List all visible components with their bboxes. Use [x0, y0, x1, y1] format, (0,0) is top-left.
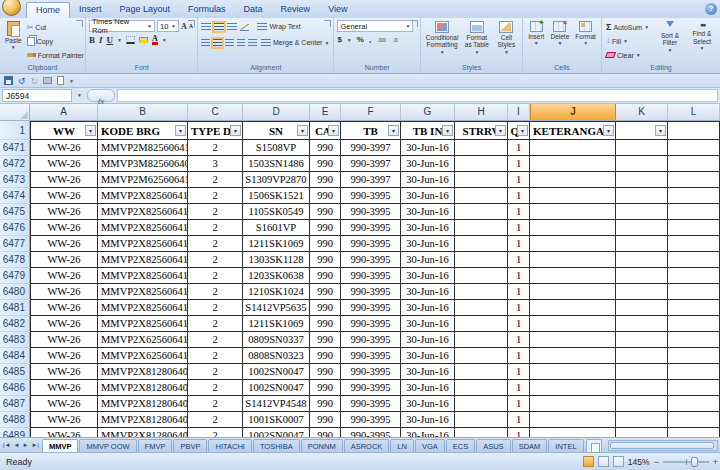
cell[interactable]: [616, 172, 668, 188]
cell[interactable]: 990-3995: [341, 284, 401, 300]
cell[interactable]: [530, 268, 616, 284]
cell[interactable]: MMVP2X825606416: [98, 252, 188, 268]
cell[interactable]: 990-3997: [341, 156, 401, 172]
header-cell[interactable]: QT▾: [508, 121, 530, 140]
cell[interactable]: [455, 156, 508, 172]
cell[interactable]: [530, 412, 616, 428]
cell[interactable]: 1: [508, 252, 530, 268]
cell[interactable]: 990-3995: [341, 252, 401, 268]
header-cell[interactable]: TB▾: [341, 121, 401, 140]
cell[interactable]: 1: [508, 284, 530, 300]
fill-button[interactable]: ↓ Fill ▼: [605, 35, 653, 48]
cell[interactable]: 2: [188, 188, 243, 204]
office-button-icon[interactable]: [2, 0, 21, 16]
cell[interactable]: [530, 396, 616, 412]
cell[interactable]: [530, 316, 616, 332]
filter-dropdown-icon[interactable]: ▾: [517, 125, 528, 136]
cell-styles-button[interactable]: Cell Styles ▼: [494, 20, 520, 62]
cell[interactable]: MMVP2X812806408: [98, 428, 188, 437]
cell[interactable]: 1211SK1069: [243, 236, 310, 252]
row-header-6472[interactable]: 6472: [0, 156, 30, 172]
cell[interactable]: MMVP2X812806408: [98, 396, 188, 412]
cell[interactable]: [455, 348, 508, 364]
cell[interactable]: 3: [188, 156, 243, 172]
column-header-L[interactable]: L: [668, 104, 720, 120]
cell[interactable]: [616, 396, 668, 412]
cell[interactable]: WW-26: [30, 396, 98, 412]
ribbon-tab-view[interactable]: View: [319, 2, 356, 18]
cell[interactable]: 990: [310, 316, 341, 332]
sheet-tab-intel[interactable]: INTEL: [548, 439, 583, 452]
undo-icon[interactable]: ↺: [18, 76, 26, 86]
first-sheet-icon[interactable]: |◄: [3, 442, 11, 448]
cell[interactable]: 30-Jun-16: [401, 348, 455, 364]
cell[interactable]: 2: [188, 380, 243, 396]
cell[interactable]: [455, 172, 508, 188]
column-header-I[interactable]: I: [508, 104, 530, 120]
cell[interactable]: 2: [188, 204, 243, 220]
cell[interactable]: [455, 188, 508, 204]
cell[interactable]: 990: [310, 284, 341, 300]
column-header-G[interactable]: G: [401, 104, 455, 120]
header-cell[interactable]: [668, 121, 720, 140]
increase-indent-icon[interactable]: [248, 39, 257, 47]
autosum-button[interactable]: Σ AutoSum ▼: [605, 21, 653, 34]
cell[interactable]: 2: [188, 300, 243, 316]
cell[interactable]: 990: [310, 188, 341, 204]
bold-button[interactable]: B: [89, 35, 95, 45]
cell[interactable]: [616, 348, 668, 364]
cell[interactable]: WW-26: [30, 156, 98, 172]
cell[interactable]: [668, 268, 720, 284]
column-header-F[interactable]: F: [341, 104, 401, 120]
column-header-A[interactable]: A: [30, 104, 98, 120]
cell[interactable]: 990-3995: [341, 412, 401, 428]
cell[interactable]: 2: [188, 252, 243, 268]
format-painter-button[interactable]: Format Painter: [26, 49, 85, 62]
cell[interactable]: WW-26: [30, 284, 98, 300]
cell[interactable]: 2: [188, 412, 243, 428]
header-cell[interactable]: ▾: [616, 121, 668, 140]
cell[interactable]: [616, 364, 668, 380]
merge-center-button[interactable]: Merge & Center ▼: [260, 36, 330, 49]
cell[interactable]: 1: [508, 140, 530, 156]
cell[interactable]: 30-Jun-16: [401, 172, 455, 188]
row-header-6488[interactable]: 6488: [0, 412, 30, 428]
cell[interactable]: 990: [310, 172, 341, 188]
cell[interactable]: 30-Jun-16: [401, 412, 455, 428]
header-cell[interactable]: KODE BRG▾: [98, 121, 188, 140]
header-cell[interactable]: SN▾: [243, 121, 310, 140]
cell[interactable]: 1001SK0007: [243, 412, 310, 428]
cell[interactable]: 990-3997: [341, 172, 401, 188]
cell[interactable]: 990-3995: [341, 268, 401, 284]
cell[interactable]: 990-3997: [341, 140, 401, 156]
cell[interactable]: [455, 140, 508, 156]
sort-filter-button[interactable]: Sort & Filter ▼: [655, 20, 685, 62]
cell[interactable]: 1: [508, 156, 530, 172]
cell[interactable]: WW-26: [30, 172, 98, 188]
cell[interactable]: 0809SN0337: [243, 332, 310, 348]
cell[interactable]: MMVP2X825606416: [98, 188, 188, 204]
cell[interactable]: 990-3995: [341, 380, 401, 396]
dialog-launcher-icon[interactable]: [188, 20, 195, 27]
row-header-6482[interactable]: 6482: [0, 316, 30, 332]
cell[interactable]: S1601VP: [243, 220, 310, 236]
cell[interactable]: [530, 380, 616, 396]
cell[interactable]: [616, 284, 668, 300]
column-header-K[interactable]: K: [616, 104, 668, 120]
conditional-formatting-button[interactable]: Conditional Formatting ▼: [424, 20, 460, 62]
insert-worksheet-icon[interactable]: [586, 439, 602, 452]
font-size-select[interactable]: 10 ▼: [157, 20, 179, 32]
cell[interactable]: 990: [310, 348, 341, 364]
cell[interactable]: [530, 428, 616, 437]
cell[interactable]: [668, 172, 720, 188]
horizontal-scrollbar[interactable]: [608, 440, 718, 451]
cell[interactable]: WW-26: [30, 204, 98, 220]
cell[interactable]: 990: [310, 396, 341, 412]
scrollbar-thumb[interactable]: [610, 442, 714, 449]
cell[interactable]: [668, 380, 720, 396]
cell[interactable]: [530, 364, 616, 380]
cell[interactable]: 990: [310, 252, 341, 268]
cell[interactable]: MMVP2X625606416: [98, 332, 188, 348]
cell[interactable]: [455, 364, 508, 380]
cell[interactable]: 1105SK0549: [243, 204, 310, 220]
